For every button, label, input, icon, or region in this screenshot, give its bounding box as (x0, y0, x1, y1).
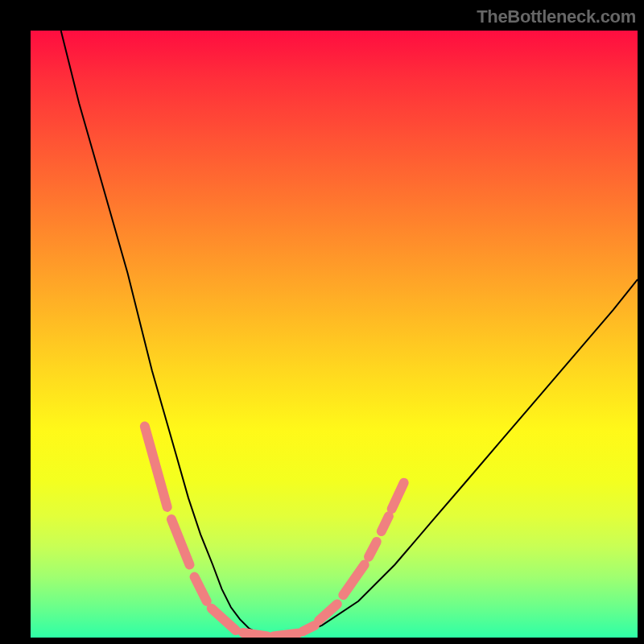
salmon-marker-segment (243, 633, 267, 637)
salmon-marker-segment (195, 577, 207, 601)
v-curve (61, 31, 638, 638)
salmon-marker-segment (343, 565, 364, 596)
salmon-marker-segment (145, 427, 167, 507)
salmon-marker-segment (319, 605, 337, 621)
salmon-marker-segment (382, 516, 389, 531)
plot-area (31, 31, 638, 638)
salmon-marker-segment (212, 609, 236, 630)
salmon-marker-segment (392, 483, 404, 510)
chart-container: TheBottleneck.com (0, 0, 644, 644)
salmon-marker-segment (303, 625, 315, 632)
curve-svg (31, 31, 638, 638)
salmon-marker-segment (369, 542, 377, 557)
salmon-marker-segment (274, 634, 298, 637)
watermark-text: TheBottleneck.com (477, 6, 636, 27)
salmon-markers (145, 427, 404, 637)
salmon-marker-segment (171, 519, 190, 565)
